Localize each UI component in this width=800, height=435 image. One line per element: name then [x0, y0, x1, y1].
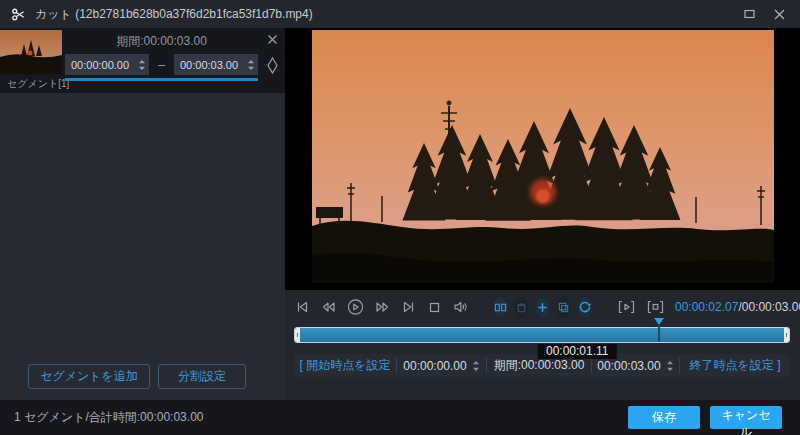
segment-time-range: 00:00:00.00 – 00:00:03.00: [65, 54, 258, 75]
maximize-button[interactable]: [738, 4, 760, 24]
segment-summary: 1 セグメント/合計時間:00:00:03.00: [14, 409, 203, 426]
transport-controls: 00:00:02.07/00:00:03.00: [294, 295, 790, 319]
total-time: /00:00:03.00: [738, 300, 800, 314]
trim-duration-label: 期間:00:00:03.00: [486, 358, 591, 373]
range-separator: –: [158, 58, 165, 72]
play-button[interactable]: [347, 299, 364, 316]
title-bar: カット (12b2781b628b0a37f6d2b1fca53f1d7b.mp…: [0, 0, 800, 28]
trim-start-value: 00:00:00.00: [403, 359, 466, 373]
add-segment-icon-button[interactable]: [536, 297, 549, 318]
segment-actions: セグメントを追加 分割設定: [28, 364, 246, 389]
play-segment-button[interactable]: [617, 299, 636, 316]
segment-thumbnail[interactable]: [0, 30, 62, 74]
segment-start-input[interactable]: 00:00:00.00: [65, 54, 149, 75]
active-segment-underline: [65, 78, 258, 81]
timeline-track[interactable]: [294, 327, 790, 343]
set-start-button[interactable]: [ 開始時点を設定: [294, 358, 396, 373]
stop-button[interactable]: [427, 299, 442, 316]
footer-bar: 1 セグメント/合計時間:00:00:03.00 保存 キャンセル: [0, 400, 800, 435]
spinner-up-down-icon[interactable]: [472, 360, 480, 372]
spinner-up-down-icon[interactable]: [138, 59, 146, 71]
volume-button[interactable]: [452, 299, 469, 316]
rewind-button[interactable]: [320, 299, 337, 316]
time-display: 00:00:02.07/00:00:03.00: [675, 300, 800, 314]
timeline[interactable]: [294, 318, 790, 344]
save-button[interactable]: 保存: [628, 406, 700, 429]
stop-segment-button[interactable]: [646, 299, 665, 316]
segment-list-panel: セグメント[1] 期間:00:00:03.00 00:00:00.00 – 00…: [0, 28, 285, 400]
trim-end-value: 00:00:03.00: [597, 359, 660, 373]
player-panel: 00:00:02.07/00:00:03.00 00:00:01.11 [ 開始…: [285, 28, 800, 400]
trim-handle-left[interactable]: [295, 328, 300, 342]
video-preview: [285, 28, 800, 290]
seek-tooltip: 00:00:01.11: [538, 344, 617, 359]
segment-end-value: 00:00:03.00: [180, 59, 238, 71]
set-end-button[interactable]: 終了時点を設定 ]: [679, 358, 790, 373]
fast-forward-button[interactable]: [374, 299, 391, 316]
spinner-up-down-icon[interactable]: [666, 360, 674, 372]
segment-start-value: 00:00:00.00: [71, 59, 129, 71]
video-frame: [312, 30, 774, 283]
scissors-icon: [10, 6, 27, 23]
segment-label: セグメント[1]: [7, 77, 69, 91]
trim-end-input[interactable]: 00:00:03.00: [591, 358, 679, 373]
cut-dialog: カット (12b2781b628b0a37f6d2b1fca53f1d7b.mp…: [0, 0, 800, 435]
segment-close-icon[interactable]: [267, 31, 278, 49]
playhead-line: [658, 325, 660, 342]
segment-duration-label: 期間:00:00:03.00: [65, 33, 258, 50]
split-segment-button[interactable]: [494, 297, 507, 318]
trim-handle-right[interactable]: [784, 328, 789, 342]
split-settings-button[interactable]: 分割設定: [158, 364, 246, 389]
playhead-marker-icon: [654, 318, 664, 325]
segment-reorder-icon[interactable]: [266, 56, 279, 79]
spinner-up-down-icon[interactable]: [247, 59, 255, 71]
delete-segment-button[interactable]: [515, 297, 528, 318]
segment-editor: セグメント[1] 期間:00:00:03.00 00:00:00.00 – 00…: [0, 28, 285, 93]
trim-start-input[interactable]: 00:00:00.00: [396, 358, 486, 373]
dialog-title: カット (12b2781b628b0a37f6d2b1fca53f1d7b.mp…: [35, 6, 313, 23]
close-button[interactable]: [768, 4, 790, 24]
skip-start-button[interactable]: [294, 299, 310, 316]
segment-side-controls: [264, 31, 280, 79]
segment-end-input[interactable]: 00:00:03.00: [174, 54, 258, 75]
copy-segment-button[interactable]: [557, 297, 570, 318]
cancel-button[interactable]: キャンセル: [710, 406, 782, 429]
reset-button[interactable]: [578, 297, 592, 318]
skip-end-button[interactable]: [401, 299, 417, 316]
add-segment-button[interactable]: セグメントを追加: [28, 364, 150, 389]
current-time: 00:00:02.07: [675, 300, 738, 314]
